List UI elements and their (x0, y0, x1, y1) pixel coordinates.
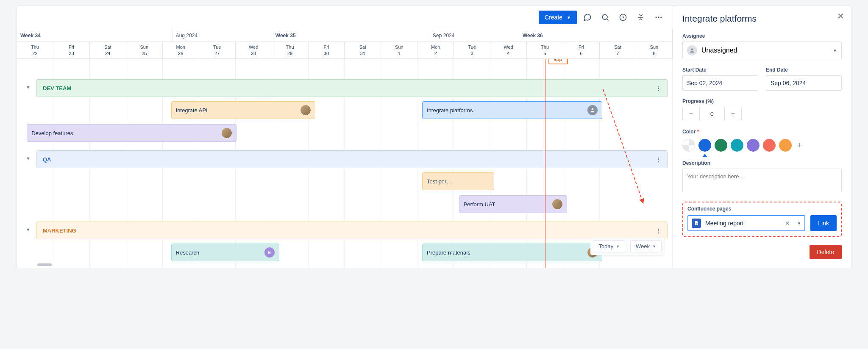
test-app-badge[interactable]: Test app (548, 59, 568, 64)
group-label: DEV TEAM (43, 85, 71, 91)
more-vertical-icon[interactable]: ⋮ (656, 227, 661, 234)
day-cell: Wed4 (490, 42, 527, 58)
color-none[interactable] (682, 139, 695, 152)
confluence-select[interactable]: ✕ ▼ (687, 215, 805, 231)
day-cell: Mon2 (417, 42, 454, 58)
color-row: + (682, 139, 842, 152)
comment-icon[interactable] (580, 10, 595, 25)
color-swatch[interactable] (747, 139, 760, 152)
gantt-body: 05 Test app ▼ DEV TEAM ⋮ Integrate API (17, 59, 673, 268)
confluence-zone: Confluence pages ✕ ▼ Link (682, 202, 842, 237)
chevron-down-icon: ▼ (797, 221, 801, 226)
day-cell: Fri6 (563, 42, 600, 58)
avatar-letter[interactable]: E (264, 247, 275, 258)
day-cell: Sat31 (345, 42, 381, 58)
svg-point-5 (658, 17, 659, 18)
more-icon[interactable] (651, 10, 666, 25)
svg-rect-11 (696, 224, 698, 224)
assignee-select[interactable]: Unassigned ▼ (682, 42, 842, 59)
task-bar-integrate-platforms[interactable]: Integrate platforms (422, 101, 602, 119)
task-bar-perform-uat[interactable]: Perform UAT (459, 195, 567, 213)
task-bar-prepare-materials[interactable]: Prepare materials (422, 244, 602, 261)
chevron-down-icon[interactable]: ▼ (26, 85, 31, 90)
color-label: Color * (682, 129, 842, 135)
svg-line-7 (603, 89, 643, 204)
color-swatch[interactable] (715, 139, 727, 152)
week-dropdown[interactable]: Week ▼ (630, 240, 662, 252)
detail-panel: ✕ Integrate platforms Assignee Unassigne… (673, 6, 851, 268)
group-label: MARKETING (43, 227, 76, 234)
create-label: Create (545, 14, 562, 21)
dependency-arrow (603, 89, 673, 225)
week-cell: Week 36 (519, 29, 673, 42)
day-cell: Wed28 (236, 42, 272, 58)
task-label: Integrate platforms (427, 107, 473, 114)
start-date-label: Start Date (682, 67, 758, 73)
group-header-qa[interactable]: ▼ QA ⋮ (36, 150, 668, 168)
color-swatch[interactable] (698, 139, 711, 152)
add-color-button[interactable]: + (795, 141, 804, 150)
task-bar-develop-features[interactable]: Develop features (27, 124, 236, 142)
chevron-down-icon[interactable]: ▼ (26, 156, 31, 161)
chevron-down-icon[interactable]: ▼ (26, 227, 31, 232)
page-icon (692, 219, 701, 228)
week-cell: Week 34 (17, 29, 172, 42)
start-date-input[interactable] (682, 75, 758, 91)
assignee-label: Assignee (682, 33, 842, 39)
avatar[interactable] (222, 128, 232, 138)
group-header-marketing[interactable]: ▼ MARKETING ⋮ (36, 222, 668, 239)
svg-point-6 (660, 17, 662, 18)
end-date-input[interactable] (766, 75, 842, 91)
day-cell: Mon26 (163, 42, 199, 58)
task-label: Develop features (31, 130, 73, 136)
day-cell: Sun1 (381, 42, 417, 58)
day-cell: Sat7 (600, 42, 636, 58)
avatar-unassigned[interactable] (587, 105, 598, 115)
day-cell: Sun8 (636, 42, 673, 58)
svg-rect-10 (696, 223, 698, 223)
confluence-label: Confluence pages (687, 206, 837, 212)
svg-line-1 (607, 19, 609, 21)
confluence-input[interactable] (705, 220, 781, 227)
group-label: QA (43, 156, 51, 163)
today-button[interactable]: Today ▼ (593, 240, 625, 252)
day-cell: Sat24 (90, 42, 126, 58)
clear-icon[interactable]: ✕ (785, 220, 790, 227)
day-cell: Fri23 (53, 42, 90, 58)
day-cell: Tue3 (454, 42, 490, 58)
link-button[interactable]: Link (810, 215, 837, 231)
svg-point-0 (602, 14, 607, 19)
avatar[interactable] (300, 105, 311, 115)
search-icon[interactable] (598, 10, 612, 25)
create-button[interactable]: Create ▼ (539, 11, 577, 24)
collapse-icon[interactable] (634, 10, 648, 25)
history-icon[interactable] (616, 10, 630, 25)
day-cell: Thu29 (272, 42, 309, 58)
task-label: Integrate API (176, 107, 208, 114)
toolbar: Create ▼ (17, 6, 673, 29)
svg-point-8 (592, 108, 594, 110)
task-label: Research (176, 249, 200, 256)
avatar[interactable] (552, 199, 562, 209)
close-icon[interactable]: ✕ (837, 11, 844, 21)
description-input[interactable] (682, 169, 842, 192)
task-bar-test-perf[interactable]: Test per… (422, 172, 494, 190)
detail-title: Integrate platforms (682, 14, 842, 24)
today-label: Today (598, 243, 613, 249)
timeline-header: Week 34Aug 2024Week 35Sep 2024Week 36 Th… (17, 29, 673, 59)
color-swatch[interactable] (779, 139, 792, 152)
day-cell: Sun25 (126, 42, 163, 58)
group-header-dev[interactable]: ▼ DEV TEAM ⋮ (36, 79, 668, 97)
color-swatch[interactable] (731, 139, 743, 152)
today-line: 05 Test app (545, 59, 545, 268)
task-bar-integrate-api[interactable]: Integrate API (171, 101, 315, 119)
week-cell: Aug 2024 (172, 29, 272, 42)
progress-increment[interactable]: + (724, 107, 741, 121)
chevron-down-icon: ▼ (616, 244, 620, 249)
delete-button[interactable]: Delete (810, 245, 842, 259)
progress-decrement[interactable]: − (683, 107, 700, 121)
description-label: Description (682, 160, 842, 166)
color-swatch[interactable] (763, 139, 776, 152)
task-bar-research[interactable]: Research E (171, 244, 279, 261)
week-label: Week (636, 243, 650, 249)
